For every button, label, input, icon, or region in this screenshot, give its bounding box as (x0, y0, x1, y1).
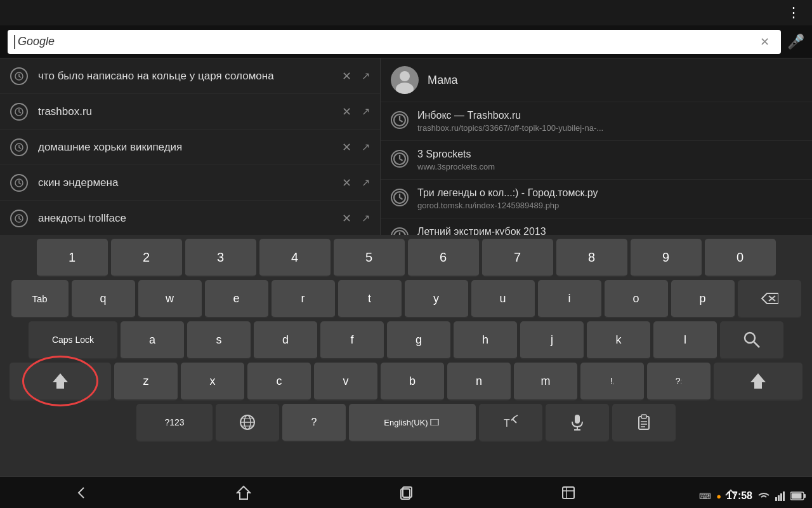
key-6[interactable]: 6 (408, 239, 479, 277)
key-h[interactable]: h (454, 321, 517, 359)
key-v[interactable]: v (314, 363, 377, 401)
key-x[interactable]: x (181, 363, 244, 401)
key-j[interactable]: j (520, 321, 584, 359)
key-e[interactable]: e (205, 280, 268, 318)
svg-marker-18 (53, 373, 68, 389)
suggestion-arrow[interactable]: ↗ (362, 177, 370, 189)
key-shift-right[interactable] (714, 363, 802, 401)
key-b[interactable]: b (381, 363, 444, 401)
search-input-wrap[interactable]: Google ✕ (8, 30, 781, 54)
svg-rect-47 (783, 491, 785, 501)
nav-home-button[interactable] (225, 480, 263, 505)
key-f[interactable]: f (320, 321, 384, 359)
suggestion-arrow[interactable]: ↗ (362, 212, 370, 224)
suggestion-close[interactable]: ✕ (342, 211, 351, 225)
key-1[interactable]: 1 (37, 239, 108, 277)
key-u[interactable]: u (471, 280, 535, 318)
key-caps-lock[interactable]: Caps Lock (29, 321, 117, 359)
notification-icon: ● (716, 491, 721, 501)
cursor (14, 35, 15, 49)
search-clear-button[interactable]: ✕ (760, 35, 769, 49)
key-m[interactable]: m (514, 363, 577, 401)
key-7[interactable]: 7 (482, 239, 553, 277)
key-symbols[interactable]: ?123 (136, 404, 213, 442)
key-d[interactable]: d (254, 321, 317, 359)
key-quest[interactable]: ?: (647, 363, 710, 401)
key-z[interactable]: z (114, 363, 178, 401)
key-globe[interactable] (216, 404, 279, 442)
history-title: Инбокс — Trashbox.ru (417, 110, 802, 121)
key-clipboard[interactable] (612, 404, 676, 442)
suggestion-close[interactable]: ✕ (342, 69, 351, 83)
suggestion-item[interactable]: скин эндермена ✕ ↗ (0, 165, 380, 201)
key-4[interactable]: 4 (259, 239, 331, 277)
key-k[interactable]: k (587, 321, 650, 359)
key-s[interactable]: s (187, 321, 251, 359)
history-content: Летний экстрим-кубок 2013 extreme.tele2.… (417, 226, 802, 235)
key-q[interactable]: q (72, 280, 135, 318)
search-input[interactable]: Google (18, 35, 760, 48)
svg-point-16 (745, 333, 755, 343)
key-8[interactable]: 8 (556, 239, 627, 277)
key-i[interactable]: i (538, 280, 601, 318)
key-w[interactable]: w (138, 280, 202, 318)
history-item[interactable]: Инбокс — Trashbox.ru trashbox.ru/topics/… (381, 102, 812, 141)
key-c[interactable]: c (247, 363, 311, 401)
status-bar: ⌨ ● 17:58 (699, 490, 806, 502)
key-3[interactable]: 3 (185, 239, 256, 277)
key-t[interactable]: t (338, 280, 402, 318)
contact-item[interactable]: Мама (381, 58, 812, 102)
menu-icon[interactable]: ⋮ (787, 4, 802, 21)
keyboard-row-3: z x c v b n m !, ?: (3, 363, 809, 401)
history-item[interactable]: 3 Sprockets www.3sprockets.com (381, 141, 812, 180)
search-mic-button[interactable]: 🎤 (787, 34, 804, 50)
key-a[interactable]: a (121, 321, 184, 359)
key-excl[interactable]: !, (580, 363, 644, 401)
history-item[interactable]: Три легенды о кол...:) - Город.томск.ру … (381, 180, 812, 218)
suggestion-item[interactable]: что было написано на кольце у царя солом… (0, 58, 380, 94)
key-language[interactable]: English(UK) (349, 404, 476, 442)
svg-rect-49 (804, 494, 806, 498)
suggestion-item[interactable]: анекдоты trollface ✕ ↗ (0, 201, 380, 235)
history-title: Летний экстрим-кубок 2013 (417, 226, 802, 235)
keyboard-row-1: Tab q w e r t y u i o p (3, 280, 809, 318)
key-n[interactable]: n (447, 363, 511, 401)
key-2[interactable]: 2 (111, 239, 182, 277)
nav-screenshot-button[interactable] (549, 480, 587, 505)
contact-name: Мама (428, 74, 458, 87)
keyboard: 1 2 3 4 5 6 7 8 9 0 Tab q w e r t y u i … (0, 235, 812, 476)
key-y[interactable]: y (405, 280, 468, 318)
suggestion-item[interactable]: trashbox.ru ✕ ↗ (0, 94, 380, 130)
key-g[interactable]: g (387, 321, 450, 359)
suggestion-arrow[interactable]: ↗ (362, 105, 370, 117)
suggestion-close[interactable]: ✕ (342, 105, 351, 119)
key-edit[interactable]: T (479, 404, 542, 442)
key-0[interactable]: 0 (705, 239, 776, 277)
svg-rect-46 (780, 493, 782, 501)
key-o[interactable]: o (605, 280, 668, 318)
signal-icon (775, 491, 785, 501)
suggestion-text: скин эндермена (38, 177, 342, 189)
keyboard-bottom-row: ?123 ? English(UK) T (3, 404, 809, 442)
history-url: trashbox.ru/topics/33667/off-topik-100-y… (417, 123, 802, 133)
key-shift-left[interactable] (10, 363, 111, 401)
key-9[interactable]: 9 (631, 239, 702, 277)
key-r[interactable]: r (272, 280, 335, 318)
suggestion-close[interactable]: ✕ (342, 140, 351, 154)
key-tab[interactable]: Tab (11, 280, 69, 318)
key-question[interactable]: ? (282, 404, 346, 442)
suggestion-arrow[interactable]: ↗ (362, 70, 370, 82)
svg-marker-19 (750, 373, 766, 389)
suggestion-close[interactable]: ✕ (342, 176, 351, 190)
nav-recents-button[interactable] (387, 480, 425, 505)
suggestion-item[interactable]: домашние хорьки википедия ✕ ↗ (0, 130, 380, 165)
key-backspace[interactable] (738, 280, 801, 318)
suggestion-arrow[interactable]: ↗ (362, 141, 370, 153)
key-5[interactable]: 5 (334, 239, 405, 277)
key-search[interactable] (720, 321, 783, 359)
history-item[interactable]: Летний экстрим-кубок 2013 extreme.tele2.… (381, 218, 812, 235)
nav-back-button[interactable] (62, 480, 100, 505)
key-l[interactable]: l (653, 321, 717, 359)
key-p[interactable]: p (671, 280, 735, 318)
key-mic[interactable] (546, 404, 609, 442)
